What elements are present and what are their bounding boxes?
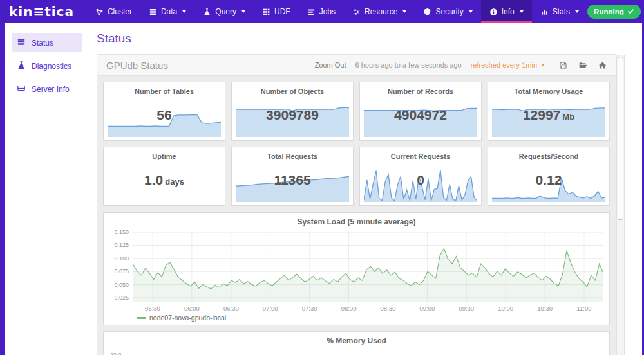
cluster-icon [95, 8, 104, 16]
svg-text:09:30: 09:30 [459, 305, 474, 312]
database-icon [149, 8, 157, 16]
stat-card-title: Total Memory Usage [488, 87, 609, 95]
svg-text:06:30: 06:30 [223, 305, 239, 312]
sliders-icon [352, 8, 361, 16]
nav-item-resource[interactable]: Resource [344, 0, 415, 23]
flask-icon [203, 8, 211, 16]
stat-card-current-requests: Current Requests 0 [359, 147, 482, 206]
stat-cards-row-1: Number of Tables 56 Number of Objects 39… [103, 82, 610, 141]
svg-text:08:30: 08:30 [381, 305, 396, 312]
nav-item-udf[interactable]: UDF [254, 0, 299, 23]
panel-controls: Zoom Out 6 hours ago to a few seconds ag… [315, 61, 607, 69]
svg-text:0.100: 0.100 [114, 255, 129, 262]
legend-label: node07-nova-gpudb-local [149, 314, 226, 322]
nav-menu: Cluster Data Query UDF Jobs [87, 0, 587, 23]
sidebar: Status Diagnostics Server Info [5, 23, 86, 355]
system-load-chart: 05:3006:0006:3007:0007:3008:0008:3009:00… [104, 227, 610, 321]
svg-text:0.025: 0.025 [114, 295, 129, 301]
panel-header-icons [559, 61, 607, 69]
system-load-legend: node07-nova-gpudb-local [137, 314, 226, 322]
legend-line-swatch [137, 317, 146, 319]
sidebar-item-status[interactable]: Status [12, 33, 82, 52]
stat-card-title: Uptime [104, 152, 225, 160]
kinetica-logo[interactable]: kin≡tica [0, 0, 87, 23]
memory-chart-ytick: 20.0 [110, 352, 122, 355]
check-icon [627, 8, 634, 16]
stat-card-title: Current Requests [360, 152, 481, 160]
stat-card-number-of-objects: Number of Objects 3909789 [231, 82, 354, 141]
nav-item-data[interactable]: Data [140, 0, 194, 23]
stat-card-value: 11365 [232, 172, 353, 187]
stack-icon [17, 37, 26, 48]
stat-card-total-memory-usage: Total Memory Usage 12997Mb [488, 82, 610, 141]
svg-text:07:00: 07:00 [263, 305, 278, 312]
info-icon [489, 8, 498, 16]
stat-card-value: 56 [104, 107, 225, 122]
flask-icon [17, 60, 26, 71]
caret-down-icon [182, 10, 186, 13]
top-navbar: kin≡tica Cluster Data Query UDF [0, 0, 644, 23]
stat-card-value: 0 [360, 172, 481, 187]
status-badge[interactable]: Running [587, 5, 641, 19]
vertical-scrollbar[interactable] [616, 55, 625, 355]
svg-text:08:00: 08:00 [341, 305, 357, 312]
stat-card-value: 3909789 [232, 107, 353, 122]
sidebar-item-server-info[interactable]: Server Info [12, 80, 82, 98]
stat-cards-row-2: Uptime 1.0days Total Requests 11365 Curr… [103, 147, 610, 206]
save-icon[interactable] [559, 61, 567, 69]
gpudb-status-panel: GPUdb Status Zoom Out 6 hours ago to a f… [97, 54, 616, 355]
stat-card-value: 1.0days [104, 172, 225, 189]
time-range-label[interactable]: 6 hours ago to a few seconds ago [355, 61, 462, 69]
nav-item-jobs[interactable]: Jobs [299, 0, 344, 23]
zoom-out-button[interactable]: Zoom Out [315, 61, 346, 69]
nav-item-cluster[interactable]: Cluster [87, 0, 140, 23]
stat-card-total-requests: Total Requests 11365 [231, 147, 354, 206]
stat-card-title: Number of Objects [232, 87, 353, 95]
system-load-chart-card: System Load (5 minute average) 05:3006:0… [103, 212, 610, 325]
home-icon[interactable] [598, 61, 607, 69]
stat-card-title: Total Requests [232, 152, 353, 160]
memory-used-chart-title: % Memory Used [104, 332, 609, 345]
svg-text:0.075: 0.075 [114, 268, 129, 275]
svg-text:11:00: 11:00 [576, 305, 591, 312]
caret-down-icon [402, 10, 406, 13]
svg-text:0.050: 0.050 [114, 282, 129, 288]
nav-item-query[interactable]: Query [194, 0, 254, 23]
stat-card-number-of-tables: Number of Tables 56 [103, 82, 225, 141]
refresh-interval-dropdown[interactable]: refreshed every 1min [471, 61, 545, 69]
stat-card-value: 0.12 [488, 172, 609, 187]
content-sheet: Status Diagnostics Server Info Status GP… [5, 23, 642, 355]
sidebar-item-diagnostics[interactable]: Diagnostics [12, 57, 82, 75]
svg-text:09:00: 09:00 [419, 305, 435, 312]
caret-down-icon [575, 10, 579, 13]
stat-card-title: Number of Tables [104, 87, 225, 95]
panel-title: GPUdb Status [106, 60, 168, 71]
scrollbar-thumb[interactable] [618, 57, 623, 220]
stat-card-value: 12997Mb [488, 107, 609, 124]
svg-text:06:00: 06:00 [184, 305, 200, 312]
svg-text:10:00: 10:00 [498, 305, 513, 312]
shield-icon [423, 8, 431, 16]
nav-item-info[interactable]: Info [481, 0, 532, 23]
app-screen: kin≡tica Cluster Data Query UDF [0, 0, 644, 355]
caret-down-icon [242, 10, 245, 13]
stat-card-requests-per-second: Requests/Second 0.12 [488, 147, 610, 206]
main-content: Status GPUdb Status Zoom Out 6 hours ago… [86, 23, 642, 355]
stat-card-title: Requests/Second [488, 152, 609, 160]
folder-open-icon[interactable] [578, 61, 587, 69]
bar-chart-icon [540, 8, 549, 16]
grid-icon [262, 8, 270, 16]
svg-text:0.125: 0.125 [114, 242, 129, 248]
stat-card-uptime: Uptime 1.0days [103, 147, 225, 206]
caret-down-icon [520, 10, 524, 13]
svg-text:05:30: 05:30 [145, 305, 160, 312]
svg-text:07:30: 07:30 [302, 305, 317, 312]
nav-item-stats[interactable]: Stats [532, 0, 587, 23]
page-title: Status [97, 32, 642, 46]
system-load-chart-title: System Load (5 minute average) [104, 213, 609, 226]
dashboard-body: Number of Tables 56 Number of Objects 39… [97, 76, 616, 355]
navbar-right: Running [587, 0, 644, 23]
nav-item-security[interactable]: Security [415, 0, 480, 23]
svg-text:0.150: 0.150 [114, 229, 129, 235]
panel-header: GPUdb Status Zoom Out 6 hours ago to a f… [97, 54, 616, 76]
